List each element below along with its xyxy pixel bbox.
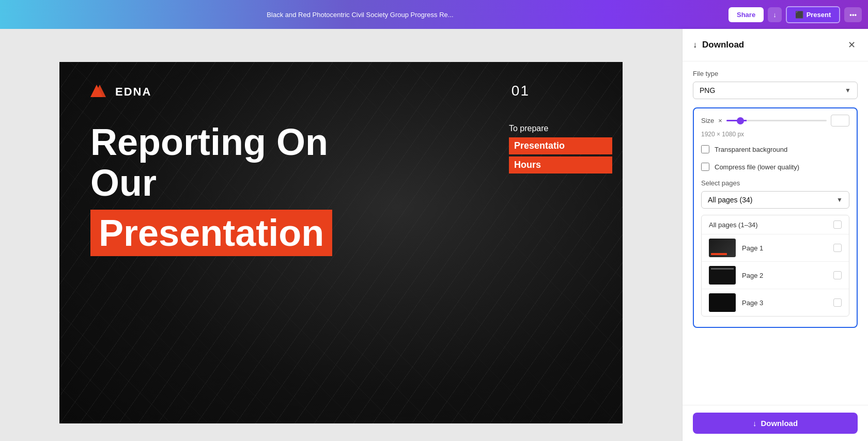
slide-heading-highlight: Presentation: [90, 210, 332, 256]
canvas-area: EDNA Reporting On Our Presentation 01 To…: [0, 29, 682, 441]
download-cta-icon: ↓: [753, 419, 757, 428]
page-item: Page 3: [702, 289, 849, 316]
all-pages-checkbox[interactable]: [833, 220, 842, 229]
panel-header: ↓ Download ✕: [683, 29, 868, 61]
compress-checkbox[interactable]: [701, 163, 709, 171]
page-item: Page 1: [702, 234, 849, 262]
present-button[interactable]: ⬛ Present: [786, 6, 841, 23]
page-3-name: Page 3: [742, 299, 827, 307]
more-icon: •••: [849, 11, 857, 19]
compress-label: Compress file (lower quality): [715, 163, 799, 171]
main-area: EDNA Reporting On Our Presentation 01 To…: [0, 29, 868, 441]
pages-list-scroll[interactable]: Page 1 Page 2 Page 3: [702, 234, 849, 316]
pages-list-container: All pages (1–34) Page 1 Pag: [701, 215, 849, 317]
page-1-name: Page 1: [742, 244, 827, 252]
more-options-button[interactable]: •••: [844, 7, 862, 22]
size-input[interactable]: 1: [831, 115, 849, 127]
transparent-bg-label: Transparent background: [715, 146, 787, 153]
slide-logo-text: EDNA: [115, 85, 151, 99]
size-row: Size × 1: [701, 115, 849, 127]
size-dimensions: 1920 × 1080 px: [701, 131, 849, 138]
slide-logo: EDNA: [90, 83, 592, 101]
page-item: Page 2: [702, 262, 849, 289]
select-pages-label: Select pages: [701, 179, 849, 187]
pages-list-header: All pages (1–34): [702, 215, 849, 234]
share-button[interactable]: Share: [729, 7, 764, 22]
document-title: Black and Red Photocentric Civil Society…: [6, 11, 714, 19]
size-multiplier: ×: [718, 117, 722, 124]
panel-download-icon: ↓: [693, 40, 697, 50]
chevron-down-icon: ▼: [845, 87, 851, 94]
topbar: Black and Red Photocentric Civil Society…: [0, 0, 868, 29]
page-3-checkbox[interactable]: [833, 298, 842, 307]
page-2-thumbnail: [709, 266, 736, 285]
panel-close-button[interactable]: ✕: [846, 37, 858, 53]
file-type-label: File type: [693, 70, 858, 77]
transparent-bg-row: Transparent background: [701, 143, 849, 155]
canva-logo-icon: [90, 83, 109, 101]
page-3-thumbnail: [709, 293, 736, 312]
page-2-checkbox[interactable]: [833, 271, 842, 279]
slide: EDNA Reporting On Our Presentation 01 To…: [59, 62, 623, 423]
page-2-name: Page 2: [742, 272, 827, 279]
pages-dropdown-value: All pages (34): [708, 196, 752, 204]
slide-content: EDNA Reporting On Our Presentation: [59, 62, 623, 277]
size-section: Size × 1 1920 × 1080 px Transparent back…: [693, 107, 858, 328]
page-1-thumbnail: [709, 239, 736, 257]
download-cta-label: Download: [761, 419, 798, 428]
slide-heading-line1: Reporting On: [90, 122, 592, 163]
panel-title: ↓ Download: [693, 40, 744, 50]
download-cta-button[interactable]: ↓ Download: [693, 413, 858, 434]
size-slider-container: [726, 120, 827, 121]
download-button[interactable]: ↓: [768, 7, 782, 22]
size-label: Size: [701, 117, 714, 124]
panel-body: File type PNG ▼ Size × 1 1920 × 1080 px: [683, 61, 868, 405]
pages-dropdown[interactable]: All pages (34) ▼: [701, 191, 849, 209]
size-slider[interactable]: [726, 120, 827, 121]
download-cta: ↓ Download: [683, 405, 868, 441]
present-icon: ⬛: [795, 11, 803, 19]
page-1-checkbox[interactable]: [833, 244, 842, 252]
download-panel: ↓ Download ✕ File type PNG ▼ Size ×: [682, 29, 868, 441]
transparent-bg-checkbox[interactable]: [701, 145, 709, 153]
file-type-value: PNG: [700, 86, 715, 94]
slide-heading-line2: Our: [90, 163, 592, 203]
download-icon: ↓: [773, 11, 777, 19]
file-type-select[interactable]: PNG ▼: [693, 82, 858, 99]
pages-list-header-text: All pages (1–34): [709, 221, 758, 229]
pages-chevron-icon: ▼: [836, 196, 843, 203]
compress-row: Compress file (lower quality): [701, 161, 849, 173]
